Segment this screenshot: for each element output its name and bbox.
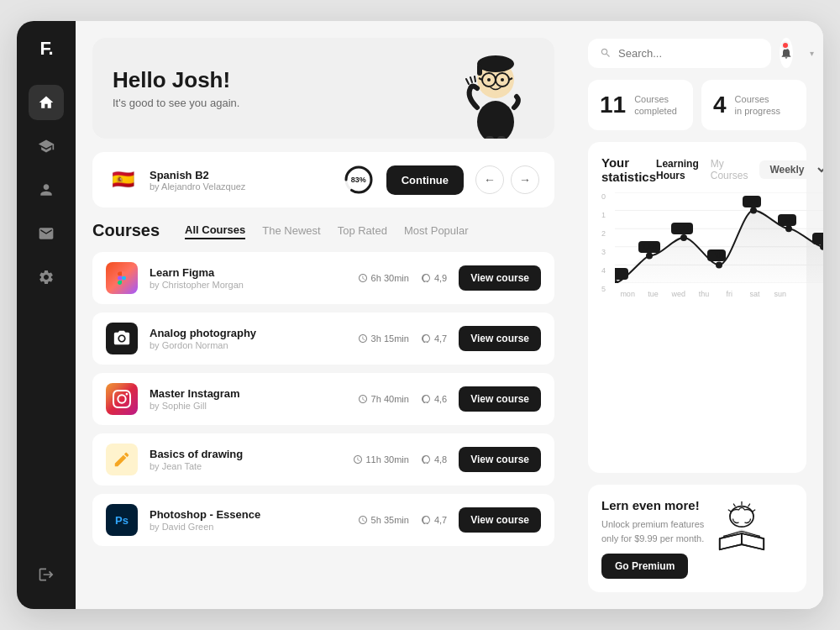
svg-text:2,5h: 2,5h — [676, 224, 691, 233]
svg-line-50 — [753, 510, 755, 512]
chart-tab-courses[interactable]: My Courses — [711, 158, 748, 181]
table-row: Analog photography by Gordon Norman 3h 1… — [92, 312, 554, 365]
view-course-button[interactable]: View course — [459, 507, 541, 533]
svg-line-12 — [470, 77, 472, 82]
sidebar-item-profile[interactable] — [29, 172, 64, 207]
hero-greeting: Hello Josh! — [113, 67, 239, 93]
svg-line-49 — [734, 504, 736, 507]
sidebar-item-logout[interactable] — [29, 557, 64, 592]
stats-row: 11 Coursescompleted 4 Coursesin progress — [588, 80, 806, 130]
sidebar-item-settings[interactable] — [29, 260, 64, 295]
course-rating: 4,7 — [421, 333, 447, 344]
view-course-button[interactable]: View course — [459, 265, 541, 291]
avatar-chevron: ▾ — [810, 49, 814, 58]
svg-text:2h: 2h — [819, 234, 823, 243]
svg-text:1h: 1h — [715, 251, 724, 260]
sidebar-bottom — [29, 557, 64, 592]
course-rating: 4,7 — [421, 515, 447, 525]
svg-text:0h: 0h — [615, 270, 619, 278]
course-meta: 6h 30min 4,9 — [358, 273, 448, 283]
course-icon-photo — [106, 323, 138, 354]
courses-title: Courses — [92, 221, 160, 240]
prev-arrow[interactable]: ← — [475, 165, 504, 194]
course-author: by Sophie Gill — [150, 401, 346, 411]
course-duration: 11h 30min — [353, 454, 409, 465]
view-course-button[interactable]: View course — [459, 447, 541, 472]
tab-newest[interactable]: The Newest — [262, 223, 320, 239]
svg-line-13 — [475, 76, 475, 81]
table-row: Learn Figma by Christopher Morgan 6h 30m… — [92, 252, 554, 304]
table-row: Master Instagram by Sophie Gill 7h 40min… — [92, 373, 554, 425]
continue-button[interactable]: Continue — [386, 165, 464, 195]
svg-point-26 — [680, 234, 687, 241]
sidebar-item-learn[interactable] — [29, 129, 64, 164]
notification-button[interactable] — [780, 38, 793, 68]
svg-point-24 — [615, 280, 618, 283]
svg-line-51 — [729, 510, 732, 512]
weekly-select[interactable]: Weekly Monthly — [759, 160, 823, 179]
course-meta: 7h 40min 4,6 — [358, 394, 448, 404]
course-details: Master Instagram by Sophie Gill — [150, 387, 346, 411]
progress-section: 🇪🇸 Spanish B2 by Alejandro Velazquez 83%… — [92, 152, 554, 207]
tab-top-rated[interactable]: Top Rated — [338, 223, 387, 239]
course-flag: 🇪🇸 — [108, 165, 138, 195]
course-duration: 6h 30min — [358, 273, 409, 283]
course-icon-figma — [106, 262, 138, 294]
svg-text:1,5h: 1,5h — [642, 243, 657, 251]
course-name: Basics of drawing — [150, 448, 341, 460]
stat-label-progress: Coursesin progress — [735, 93, 780, 118]
course-details: Photoshop - Essence by David Green — [150, 508, 346, 532]
premium-title: Lern even more! — [601, 498, 704, 512]
course-author: by David Green — [150, 522, 346, 532]
svg-point-46 — [730, 507, 753, 528]
course-author: by Jean Tate — [150, 461, 341, 471]
next-arrow[interactable]: → — [511, 165, 539, 194]
sidebar-item-home[interactable] — [29, 85, 64, 120]
premium-section: Lern even more! Unlock premium featureso… — [588, 485, 806, 592]
svg-text:3h: 3h — [785, 216, 794, 224]
svg-rect-3 — [477, 64, 482, 76]
sidebar-item-messages[interactable] — [29, 216, 64, 251]
svg-point-28 — [750, 207, 757, 214]
hero-text: Hello Josh! It's good to see you again. — [113, 67, 239, 109]
course-details: Basics of drawing by Jean Tate — [150, 448, 341, 471]
stat-card-progress: 4 Coursesin progress — [701, 80, 806, 130]
tab-most-popular[interactable]: Most Popular — [404, 223, 469, 239]
statistics-title: Your statistics — [601, 155, 656, 184]
course-author: by Christopher Morgan — [150, 280, 346, 290]
search-icon — [600, 47, 612, 59]
course-duration: 7h 40min — [358, 394, 409, 404]
svg-point-2 — [477, 55, 514, 72]
course-details: Analog photography by Gordon Norman — [150, 327, 346, 350]
course-name: Photoshop - Essence — [150, 508, 346, 521]
chart-svg: 0h 1,5h 2,5h 1h 4h 3h 2h — [615, 192, 823, 283]
course-icon-instagram — [106, 383, 138, 415]
premium-description: Unlock premium featuresonly for $9.99 pe… — [601, 517, 704, 545]
current-course-author: by Alejandro Velazquez — [150, 181, 331, 192]
table-row: Basics of drawing by Jean Tate 11h 30min… — [92, 433, 554, 486]
view-course-button[interactable]: View course — [459, 386, 541, 412]
svg-line-11 — [466, 79, 469, 84]
search-input[interactable] — [618, 47, 759, 60]
course-name: Learn Figma — [150, 266, 346, 279]
notification-badge — [781, 41, 790, 50]
course-rating: 4,9 — [421, 273, 447, 283]
course-rating: 4,8 — [421, 454, 447, 465]
svg-point-0 — [477, 101, 514, 139]
svg-line-48 — [748, 504, 750, 507]
premium-text: Lern even more! Unlock premium featureso… — [601, 498, 704, 579]
course-meta: 3h 15min 4,7 — [358, 333, 448, 344]
stat-number-progress: 4 — [713, 92, 727, 118]
course-meta: 11h 30min 4,8 — [353, 454, 448, 465]
table-row: Ps Photoshop - Essence by David Green 5h… — [92, 494, 554, 546]
view-course-button[interactable]: View course — [459, 326, 541, 351]
right-panel: ▾ 11 Coursescompleted 4 Coursesin progre… — [571, 21, 823, 609]
chart-area: 543210 — [601, 192, 793, 293]
tab-all-courses[interactable]: All Courses — [185, 222, 245, 239]
go-premium-button[interactable]: Go Premium — [601, 554, 688, 579]
courses-header: Courses All Courses The Newest Top Rated… — [92, 221, 554, 240]
chart-tab-hours[interactable]: Learning Hours — [656, 158, 699, 181]
course-name: Master Instagram — [150, 387, 346, 400]
course-name: Analog photography — [150, 327, 346, 339]
course-icon-pencil — [106, 444, 138, 475]
